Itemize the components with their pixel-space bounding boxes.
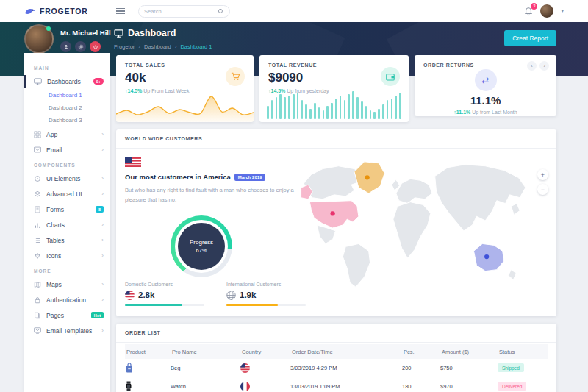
- map-zoom-out-button[interactable]: −: [537, 184, 548, 195]
- search-input[interactable]: [144, 8, 218, 15]
- map-marker-usa[interactable]: [331, 211, 335, 215]
- exchange-arrows-icon: ⇄: [481, 75, 489, 85]
- sidebar-item-charts[interactable]: Charts ›: [24, 217, 110, 232]
- sidebar-item-label: Tables: [46, 237, 65, 244]
- person-icon: [63, 44, 69, 50]
- logout-button[interactable]: [90, 41, 101, 52]
- orders-header-row: Product Pro Name Country Order Date/Time…: [125, 344, 548, 359]
- page-title: Dashboard: [114, 28, 212, 38]
- sidebar-item-label: Email: [46, 146, 62, 154]
- order-returns-card: ORDER RETURNS ‹ › ⇄ 11.1% ↑11.1% Up from…: [415, 55, 556, 116]
- chevron-right-icon: ›: [101, 190, 104, 197]
- menu-toggle-icon[interactable]: [116, 8, 125, 15]
- sidebar-section-main: MAIN: [24, 60, 110, 74]
- sidebar-item-dashboard-1[interactable]: Dashboard 1: [24, 89, 110, 101]
- stat-cards-row: TOTAL SALES 40k ↑14.5% Up From Last Week: [116, 55, 556, 122]
- frogetor-dashboard: FROGETOR 3 ▾: [0, 0, 588, 392]
- chevron-right-icon: ›: [101, 296, 104, 303]
- lock-icon: [34, 296, 41, 304]
- globe-icon: [226, 291, 236, 300]
- world-headline: Our most customers in America March 2019: [125, 173, 298, 181]
- breadcrumb-current: Dashboard 1: [180, 43, 212, 50]
- settings-button[interactable]: [75, 41, 86, 52]
- active-indicator: [24, 75, 26, 88]
- sidebar-item-maps[interactable]: Maps ›: [24, 277, 110, 292]
- us-flag-round-icon: [125, 291, 135, 300]
- france-flag-round-icon: [240, 382, 250, 391]
- sidebar-item-dashboard-2[interactable]: Dashboard 2: [24, 101, 110, 114]
- breadcrumb-root[interactable]: Frogetor: [114, 43, 135, 50]
- order-row[interactable]: Watch 13/03/2019 1:09 PM 180 $970 Delive…: [125, 377, 548, 392]
- sidebar-item-dashboards[interactable]: Dashboards 9+: [24, 74, 110, 89]
- profile-button[interactable]: [60, 41, 71, 52]
- breadcrumb: Frogetor › Dashboard › Dashboard 1: [114, 43, 212, 50]
- chevron-right-icon: ›: [101, 252, 104, 259]
- sidebar-item-label: Charts: [46, 221, 65, 229]
- order-name: Beg: [171, 365, 240, 371]
- watch-product-icon: [125, 381, 132, 391]
- international-value: 1.9k: [240, 291, 256, 299]
- chevron-right-icon: ›: [101, 131, 104, 138]
- card-title: TOTAL SALES: [125, 63, 245, 68]
- sidebar-item-tables[interactable]: Tables ›: [24, 232, 110, 248]
- create-report-button[interactable]: Creat Report: [504, 30, 556, 46]
- sidebar-item-icons[interactable]: Icons ›: [24, 248, 110, 263]
- order-date: 13/03/2019 1:09 PM: [290, 383, 402, 390]
- card-title: TOTAL REVENUE: [268, 63, 400, 68]
- sidebar-item-app[interactable]: App ›: [24, 126, 110, 142]
- shopping-cart-icon: [231, 72, 240, 81]
- notification-count-badge: 3: [531, 3, 537, 10]
- search-icon[interactable]: [218, 8, 224, 15]
- order-name: Watch: [171, 383, 240, 390]
- breadcrumb-sep-icon: ›: [175, 43, 177, 50]
- order-returns-value: 11.1%: [423, 94, 548, 107]
- world-map[interactable]: + −: [298, 156, 548, 293]
- breadcrumb-section[interactable]: Dashboard: [144, 43, 171, 50]
- order-list-panel: ORDER LIST Product Pro Name Country Orde…: [116, 324, 556, 392]
- brand-logo[interactable]: FROGETOR: [24, 7, 110, 15]
- topbar-avatar[interactable]: [540, 4, 553, 18]
- pages-icon: [34, 312, 41, 319]
- col-amount: Amount ($): [440, 349, 498, 355]
- progress-label: Progress: [190, 239, 213, 246]
- sidebar-item-dashboard-3[interactable]: Dashboard 3: [24, 114, 110, 126]
- carousel-prev-button[interactable]: ‹: [527, 61, 537, 71]
- sales-sparkline-chart: [116, 88, 254, 122]
- bag-product-icon: [125, 363, 134, 373]
- map-marker-greenland[interactable]: [365, 175, 370, 179]
- map-marker-australia[interactable]: [484, 254, 489, 259]
- wallet-icon: [386, 73, 395, 81]
- sidebar-item-label: Forms: [46, 206, 64, 213]
- monitor-icon: [34, 78, 42, 85]
- sidebar-item-email[interactable]: Email ›: [24, 142, 110, 157]
- carousel-next-button[interactable]: ›: [539, 61, 549, 71]
- world-customers-panel: WORLD WIDE CUSTOMERS Our most customers …: [116, 129, 556, 316]
- total-revenue-card: TOTAL REVENUE $9090 ↑14.5% Up from yeste…: [259, 55, 409, 122]
- sidebar-item-advanced-ui[interactable]: Advanced UI ›: [24, 186, 110, 202]
- month-badge: March 2019: [234, 174, 266, 181]
- topbar-right: 3 ▾: [524, 4, 564, 18]
- sidebar-item-pages[interactable]: Pages Hot: [24, 307, 110, 323]
- notifications-button[interactable]: 3: [524, 7, 533, 16]
- map-icon: [34, 281, 41, 288]
- map-zoom-in-button[interactable]: +: [537, 169, 548, 180]
- order-list-title: ORDER LIST: [116, 324, 556, 343]
- sidebar-item-authentication[interactable]: Authentication ›: [24, 292, 110, 307]
- returns-carousel: ‹ ›: [527, 61, 549, 71]
- profile-caret-icon[interactable]: ▾: [561, 8, 564, 14]
- order-amount: $970: [440, 383, 498, 390]
- user-avatar[interactable]: [24, 24, 54, 54]
- sidebar-item-email-templates[interactable]: Email Templates ›: [24, 323, 110, 338]
- order-row[interactable]: Beg 3/03/2019 4:29 PM 200 $750 Shipped: [125, 359, 548, 377]
- sidebar-item-ui-elements[interactable]: UI Elements ›: [24, 171, 110, 186]
- search-bar: [138, 5, 230, 18]
- ui-elements-icon: [34, 175, 41, 182]
- sidebar-item-label: App: [46, 131, 57, 138]
- chevron-right-icon: ›: [101, 221, 104, 228]
- form-file-icon: [34, 206, 41, 213]
- grid-icon: [34, 131, 41, 138]
- status-badge: Shipped: [498, 363, 524, 372]
- world-panel-title: WORLD WIDE CUSTOMERS: [116, 129, 556, 149]
- sidebar-item-forms[interactable]: Forms 8: [24, 202, 110, 217]
- pages-hot-badge: Hot: [91, 312, 104, 318]
